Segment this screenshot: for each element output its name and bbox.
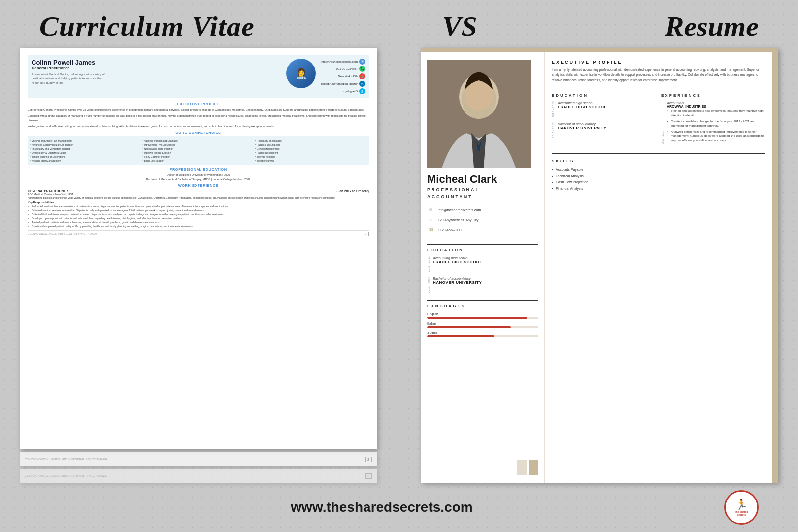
cv-document-page1: Colinn Powell James General Practitioner… (20, 48, 377, 449)
cv-photo-icon: 👩‍⚕️ (295, 67, 307, 79)
comp-item: Ingrown Toenail Excision (142, 151, 254, 155)
lang-english-name: English (427, 312, 538, 316)
cv-work-desc: Administering patients and offering a wi… (28, 196, 369, 200)
resume-contact-section: ✉ info@thesharedsecrets.com ⌂ 123 Anywhe… (427, 206, 538, 235)
exp-year: 2017 - 2021 (661, 101, 664, 144)
comp-item: Foley Catheter Insertion (142, 155, 254, 159)
cv-page3: COLINN POWELL JAMES, MBBS-GENERAL PRACTI… (20, 469, 377, 483)
cv-exec-profile-text1: Experienced General Practitioner having … (28, 108, 369, 112)
resume-person-name: Micheal Clark (427, 173, 538, 186)
edu-year-bar-2: 2013 - 2017 (427, 277, 430, 294)
comp-item: Nasogastric Tube Insertion (142, 147, 254, 151)
cv-linkedin-item: linkedin.com/medical-doctor in (321, 81, 365, 87)
cv-photo: 👩‍⚕️ (286, 59, 316, 88)
lang-spanish-name: Spanish (427, 331, 538, 334)
resume-languages-title: LANGUAGES (427, 304, 538, 308)
resume-education-title: EDUCATION (427, 248, 538, 252)
resume-phone-icon: ☎ (427, 226, 435, 233)
lang-english-bar-fill (427, 317, 527, 319)
cv-page2: COLINN POWELL JAMES, MBBS-GENERAL PRACTI… (20, 452, 377, 466)
cv-exec-profile-text2: Equipped with a strong capability of man… (28, 114, 369, 122)
main-content: Colinn Powell James General Practitioner… (0, 48, 798, 483)
cv-linkedin-icon: in (359, 81, 365, 87)
comp-item: Basic Life Support (142, 159, 254, 163)
comp-item: Patient assessment (255, 151, 366, 155)
resume-skills-divider (552, 153, 765, 154)
edu-year-text-1: 2010 - 2013 (427, 256, 430, 272)
exp-item-1: 2017 - 2021 Accountant AROWWAI INDUSTRIE… (661, 101, 765, 144)
edu-r-name-2: HANOVER UNIVERSITY (558, 126, 656, 130)
cv-job-title: General Practitioner (32, 66, 281, 70)
comp-item: Intravenous (IV) Line Access (142, 143, 254, 147)
edu-school-name-2: HANOVER UNIVERSITY (433, 280, 538, 285)
comp-item: Respiratory and Ventilatory support (30, 147, 141, 151)
cv-competencies-grid: Chronic and Acute Pain Management Advanc… (28, 136, 369, 165)
cv-email-icon: ✉ (359, 59, 365, 65)
lang-spanish-bar-bg (427, 335, 538, 337)
cv-page-number: 1 (363, 232, 369, 236)
resume-skills-section: SKILLS Accounts Payable Technical Analys… (552, 153, 765, 192)
cv-email-text: info@thesharedsecrets.com (321, 60, 358, 63)
cv-work-title-section: WORK EXPERIENCE (28, 183, 369, 188)
cv-resp-5: Treated pediatric patients with minor il… (28, 220, 369, 224)
cv-header-section: Colinn Powell James General Practitioner… (28, 55, 369, 98)
edu-school-italic-2: Bachelor of accountancy (433, 277, 538, 280)
resume-exp-col: EXPERIENCE 2017 - 2021 Accountant AROWWA… (661, 93, 765, 148)
cv-page3-name: COLINN POWELL JAMES, MBBS-GENERAL PRACTI… (25, 474, 107, 477)
edu-year-bar-1: 2010 - 2013 (427, 256, 430, 273)
page-container: Curriculum Vitae VS Resume Colinn Powell… (0, 0, 798, 532)
cv-phone-icon: 📞 (359, 66, 365, 72)
lang-spanish-bar-fill (427, 335, 494, 337)
edu-right-1: 2010 - 2013 Accounting high school FRADE… (552, 101, 656, 118)
comp-item: Abscess Incision and Drainage (142, 139, 254, 143)
cv-page3-num: 3 (365, 473, 372, 479)
edu-r-italic-1: Accounting high school (558, 101, 656, 105)
cv-key-resp-label: Key Responsibilities: (28, 201, 369, 204)
resume-address-item: ⌂ 123 Anywhere St. Any City (427, 216, 538, 224)
resume-edu-col: EDUCATION 2010 - 2013 Accounting high sc… (552, 93, 656, 148)
cv-resp-1: Performed medical/clinical examinations … (28, 204, 369, 208)
cv-skype-icon: S (359, 88, 365, 94)
lang-english: English (427, 312, 538, 319)
resume-contact-divider (427, 244, 538, 245)
exp-content: Accountant AROWWAI INDUSTRIES Trained an… (667, 101, 765, 144)
cv-resp-4: Developed open rapport with patients and… (28, 216, 369, 220)
cv-footer: COLINN POWELL JAMES, MBBS-GENERAL PRACTI… (28, 230, 369, 236)
resume-edu-title-r: EDUCATION (552, 93, 656, 98)
logo-icon: 🏃 (735, 499, 748, 510)
cv-resp-2: Delivered medical services to more than … (28, 208, 369, 212)
cv-education-title: PROFESSIONAL EDUCATION (28, 167, 369, 172)
edu-content-1: Accounting high school FRADEL HIGH SCHOO… (433, 256, 538, 273)
edu-school-italic-1: Accounting high school (433, 256, 538, 260)
resume-address-text: 123 Anywhere St. Any City (438, 218, 479, 222)
comp-item: Regulatory compliance (255, 139, 366, 143)
skill-2: Technical Analysis (552, 173, 765, 180)
resume-edu-divider (427, 300, 538, 301)
resume-phone-text: +123-456-7890 (438, 228, 462, 232)
vs-label: VS (442, 10, 477, 43)
resume-two-cols: EDUCATION 2010 - 2013 Accounting high sc… (552, 93, 765, 148)
cv-page2-name: COLINN POWELL JAMES, MBBS-GENERAL PRACTI… (25, 458, 107, 461)
resume-exp-title: EXPERIENCE (661, 93, 765, 98)
skill-4: Financial Analysis (552, 186, 765, 192)
cv-person-name: Colinn Powell James (32, 59, 281, 66)
cv-phone-item: +001 00 1234567 📞 (321, 66, 365, 72)
cv-skype-text: myskypeID (343, 90, 358, 93)
resume-title-header: Resume (665, 10, 759, 43)
cv-footer-name: COLINN POWELL JAMES, MBBS-GENERAL PRACTI… (28, 233, 97, 235)
resume-right-divider (552, 88, 765, 88)
cv-edu-item1: Doctor of Medicine | University of Washi… (28, 173, 369, 176)
comp-item: Internal Medicine (255, 155, 366, 159)
cv-work-company: ABC Medical Center – New York, USA (28, 193, 74, 196)
cv-core-comp-title: CORE COMPETENCIES (28, 131, 369, 135)
lang-italian-name: Italian (427, 322, 538, 325)
comp-item: Clinical Management (255, 147, 366, 151)
cv-title-header: Curriculum Vitae (39, 10, 255, 43)
resume-exec-profile-text: I am a highly talented accounting profes… (552, 67, 765, 83)
cv-resp-3: Collected fluid and tissue samples, orde… (28, 212, 369, 216)
edu-school-name-1: FRADEL HIGH SCHOOL (433, 260, 538, 264)
cv-exec-profile-title: EXECUTIVE PROFILE (28, 102, 369, 106)
exp-bullet-1: Trained and supervised 2 new employees, … (667, 109, 765, 118)
resume-address-icon: ⌂ (427, 216, 435, 224)
cv-edu-item2: Bachelor of Medicine And Bachelor of Sur… (28, 178, 369, 181)
